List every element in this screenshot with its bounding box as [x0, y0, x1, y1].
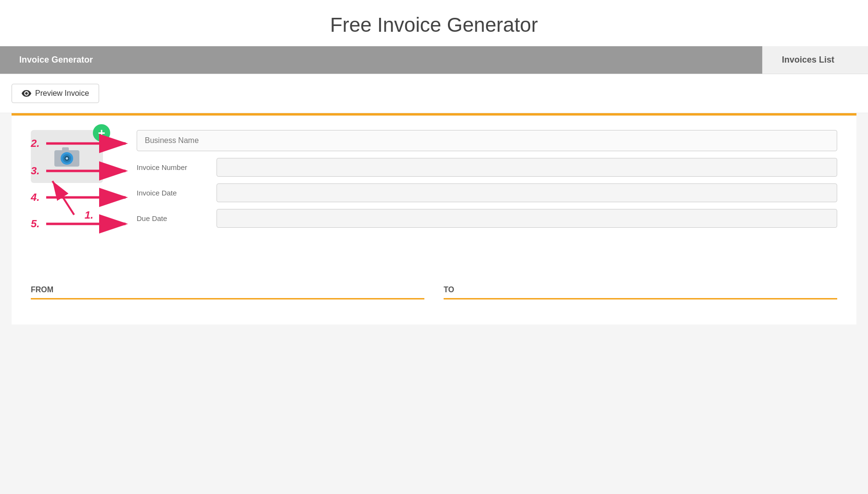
- svg-rect-5: [62, 147, 69, 151]
- invoice-date-row: Invoice Date: [137, 183, 837, 202]
- tab-invoices-list[interactable]: Invoices List: [762, 46, 868, 74]
- logo-upload-box[interactable]: [31, 130, 103, 183]
- toolbar: Preview Invoice: [0, 74, 868, 113]
- add-logo-badge[interactable]: +: [93, 124, 110, 142]
- annotation-5-label: 5.: [31, 218, 39, 230]
- invoice-number-label: Invoice Number: [137, 163, 209, 171]
- preview-invoice-button[interactable]: Preview Invoice: [12, 84, 99, 103]
- page-title: Free Invoice Generator: [0, 0, 868, 46]
- tabs-bar: Invoice Generator Invoices List: [0, 46, 868, 74]
- due-date-input[interactable]: [217, 209, 837, 228]
- invoice-date-label: Invoice Date: [137, 189, 209, 197]
- form-fields: 2. 3.: [137, 130, 837, 228]
- arrow-5-svg: [41, 214, 133, 234]
- preview-invoice-label: Preview Invoice: [35, 89, 89, 98]
- main-card: + 1.: [12, 113, 856, 325]
- invoice-number-input[interactable]: [217, 158, 837, 177]
- business-name-row: [137, 130, 837, 151]
- section-to: TO: [444, 286, 837, 305]
- invoice-number-row: Invoice Number: [137, 158, 837, 177]
- logo-upload-area: + 1.: [31, 130, 108, 183]
- plus-icon: +: [98, 127, 105, 139]
- business-name-input[interactable]: [137, 130, 837, 151]
- from-heading: FROM: [31, 286, 424, 299]
- section-from: FROM: [31, 286, 424, 305]
- tab-invoice-generator[interactable]: Invoice Generator: [0, 46, 762, 74]
- svg-point-4: [66, 157, 68, 160]
- due-date-label: Due Date: [137, 214, 209, 222]
- card-top-row: + 1.: [31, 130, 837, 242]
- arrow-4-svg: [41, 188, 133, 207]
- annotation-1-label: 1.: [85, 209, 93, 221]
- annotation-4-label: 4.: [31, 191, 39, 204]
- invoice-date-input[interactable]: [217, 183, 837, 202]
- svg-line-7: [52, 181, 74, 215]
- bottom-sections: FROM TO: [31, 271, 837, 305]
- to-heading: TO: [444, 286, 837, 299]
- camera-icon: [52, 144, 81, 169]
- due-date-row: Due Date: [137, 209, 837, 228]
- eye-icon: [22, 90, 31, 97]
